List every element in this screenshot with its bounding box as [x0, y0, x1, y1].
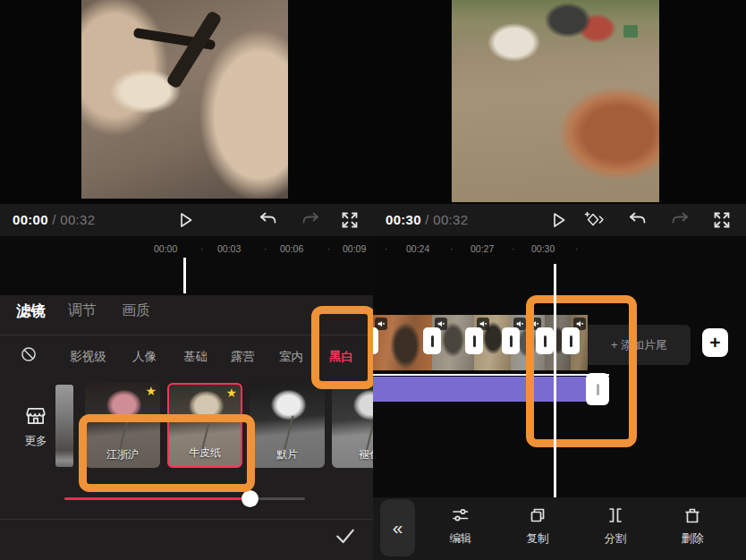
undo-button[interactable]	[627, 209, 649, 231]
fullscreen-button[interactable]	[339, 209, 360, 231]
undo-button[interactable]	[258, 209, 279, 231]
ruler-dot: ·	[200, 243, 204, 254]
split-icon	[587, 505, 644, 530]
delete-tool-button[interactable]: 删除	[664, 505, 721, 547]
confirm-button[interactable]	[333, 523, 358, 548]
ruler-dot: ·	[450, 243, 454, 254]
intensity-slider[interactable]	[64, 497, 305, 500]
ruler-tick: 00:30	[531, 243, 555, 254]
annotation-box-playhead	[526, 295, 637, 447]
more-label: 更多	[14, 434, 57, 449]
time-separator: /	[52, 212, 55, 227]
footer-divider	[0, 519, 373, 520]
transition-handle[interactable]	[423, 327, 441, 354]
time-separator: /	[425, 212, 428, 227]
add-clip-button[interactable]: +	[702, 328, 728, 357]
left-video-preview	[81, 0, 288, 199]
transition-handle[interactable]	[465, 327, 483, 354]
star-icon: ★	[225, 386, 237, 400]
ruler-tick: 00:00	[154, 243, 177, 254]
annotation-box-filters	[79, 414, 255, 492]
clip-toolbar: « 编辑 复制 分割	[373, 497, 746, 560]
left-preview-area[interactable]	[0, 0, 373, 204]
right-preview-area[interactable]	[373, 0, 746, 204]
left-timeline-ruler[interactable]: 00:00 · 00:03 · 00:06 · 00:09	[0, 236, 373, 295]
tab-adjust[interactable]: 调节	[68, 301, 97, 320]
play-button[interactable]	[547, 209, 569, 231]
ruler-dot: ·	[512, 243, 515, 254]
tool-label: 编辑	[432, 531, 489, 547]
split-tool-button[interactable]: 分割	[587, 505, 644, 547]
ruler-dot: ·	[385, 243, 388, 254]
trash-icon	[664, 505, 721, 530]
tab-filter[interactable]: 滤镜	[16, 301, 46, 321]
intensity-slider-knob[interactable]	[242, 490, 259, 507]
filter-thumb-partial[interactable]	[55, 385, 73, 467]
ruler-tick: 00:09	[343, 243, 366, 254]
video-editor-screen: 00:00 / 00:32 00:00 · 00:03 · 00:06 ·	[0, 0, 746, 560]
green-bucket-art	[623, 25, 638, 38]
category-camping[interactable]: 露营	[231, 349, 255, 365]
left-current-time: 00:00	[13, 212, 48, 227]
edit-tool-button[interactable]: 编辑	[432, 505, 489, 547]
tool-label: 删除	[664, 531, 721, 547]
filter-name: 默片	[250, 447, 325, 462]
ruler-tick: 00:27	[470, 243, 494, 254]
right-transport-bar: 00:30 / 00:32	[373, 204, 746, 236]
ruler-tick: 00:06	[280, 243, 303, 254]
left-playhead[interactable]	[183, 258, 186, 293]
add-keyframe-button[interactable]	[583, 209, 605, 231]
tool-label: 分割	[587, 531, 644, 547]
filter-thumb-tuise[interactable]: 褪色	[332, 383, 373, 468]
annotation-box-blackwhite	[311, 306, 373, 389]
left-panel-filter-editor: 00:00 / 00:32 00:00 · 00:03 · 00:06 ·	[0, 0, 373, 560]
more-filters-button[interactable]: 更多	[14, 404, 57, 449]
category-cinematic[interactable]: 影视级	[70, 349, 106, 365]
tab-quality[interactable]: 画质	[122, 301, 150, 320]
collapse-toolbar-button[interactable]: «	[380, 499, 415, 556]
ruler-dot: ·	[327, 243, 331, 254]
ruler-dot: ·	[575, 243, 579, 254]
filter-name: 褪色	[332, 447, 373, 462]
right-current-time: 00:30	[386, 212, 421, 227]
category-indoor[interactable]: 室内	[279, 349, 303, 365]
copy-tool-button[interactable]: 复制	[509, 505, 566, 547]
play-button[interactable]	[174, 209, 196, 231]
left-total-time: 00:32	[60, 212, 95, 227]
right-panel-timeline-editor: 00:30 / 00:32 · 00:24 · 00:	[373, 0, 746, 560]
left-transport-bar: 00:00 / 00:32	[0, 204, 373, 236]
redo-button[interactable]	[669, 209, 691, 231]
transition-handle[interactable]	[502, 327, 520, 354]
ruler-tick: 00:24	[406, 243, 429, 254]
sliders-icon	[432, 505, 489, 530]
redo-button[interactable]	[300, 209, 321, 231]
transition-handle[interactable]	[373, 327, 378, 354]
right-time-display: 00:30 / 00:32	[386, 212, 468, 227]
fullscreen-button[interactable]	[711, 209, 733, 231]
tool-label: 复制	[509, 531, 566, 547]
right-video-preview	[452, 0, 659, 202]
filter-thumb-mopian[interactable]: 默片	[250, 383, 325, 468]
right-playhead[interactable]	[554, 264, 556, 497]
no-filter-button[interactable]	[20, 345, 38, 363]
intensity-slider-fill	[64, 497, 257, 500]
ruler-tick: 00:03	[217, 243, 241, 254]
left-time-display: 00:00 / 00:32	[13, 212, 95, 227]
category-basic[interactable]: 基础	[183, 349, 208, 365]
store-icon	[14, 404, 57, 431]
ruler-dot: ·	[264, 243, 267, 254]
category-portrait[interactable]: 人像	[132, 349, 157, 365]
star-icon: ★	[145, 384, 157, 398]
pen-body-art	[165, 10, 223, 89]
right-total-time: 00:32	[433, 212, 468, 227]
copy-icon	[509, 505, 566, 530]
